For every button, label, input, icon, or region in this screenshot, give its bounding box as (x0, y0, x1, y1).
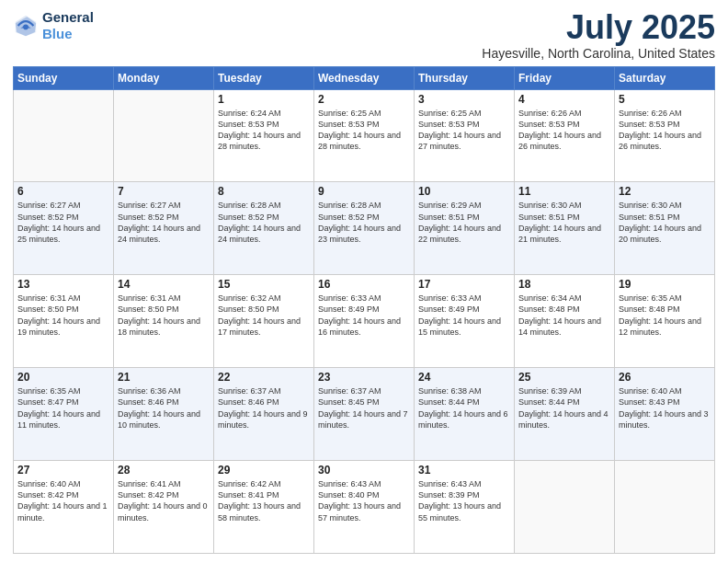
day-info: Sunrise: 6:31 AM Sunset: 8:50 PM Dayligh… (17, 293, 109, 338)
col-header-tuesday: Tuesday (214, 66, 314, 89)
day-info: Sunrise: 6:30 AM Sunset: 8:51 PM Dayligh… (518, 200, 610, 245)
day-info: Sunrise: 6:26 AM Sunset: 8:53 PM Dayligh… (619, 108, 711, 153)
calendar-cell: 4Sunrise: 6:26 AM Sunset: 8:53 PM Daylig… (515, 89, 615, 182)
day-number: 1 (218, 93, 310, 106)
calendar-cell: 17Sunrise: 6:33 AM Sunset: 8:49 PM Dayli… (415, 275, 515, 368)
day-number: 19 (619, 278, 711, 291)
calendar-cell: 18Sunrise: 6:34 AM Sunset: 8:48 PM Dayli… (515, 275, 615, 368)
day-info: Sunrise: 6:28 AM Sunset: 8:52 PM Dayligh… (218, 200, 310, 245)
day-info: Sunrise: 6:33 AM Sunset: 8:49 PM Dayligh… (318, 293, 410, 338)
day-info: Sunrise: 6:32 AM Sunset: 8:50 PM Dayligh… (218, 293, 310, 338)
calendar-cell (615, 461, 715, 554)
day-number: 2 (318, 93, 410, 106)
day-info: Sunrise: 6:25 AM Sunset: 8:53 PM Dayligh… (318, 108, 410, 153)
day-info: Sunrise: 6:41 AM Sunset: 8:42 PM Dayligh… (118, 478, 210, 523)
col-header-sunday: Sunday (14, 66, 114, 89)
day-number: 28 (118, 464, 210, 477)
day-number: 4 (518, 93, 610, 106)
day-number: 12 (619, 185, 711, 198)
day-number: 23 (318, 371, 410, 384)
calendar-cell: 8Sunrise: 6:28 AM Sunset: 8:52 PM Daylig… (214, 182, 314, 275)
calendar-table: SundayMondayTuesdayWednesdayThursdayFrid… (13, 66, 715, 554)
calendar-cell: 19Sunrise: 6:35 AM Sunset: 8:48 PM Dayli… (615, 275, 715, 368)
day-number: 29 (218, 464, 310, 477)
day-number: 6 (17, 185, 109, 198)
day-number: 24 (418, 371, 510, 384)
calendar-cell (14, 89, 114, 182)
day-number: 5 (619, 93, 711, 106)
day-info: Sunrise: 6:35 AM Sunset: 8:48 PM Dayligh… (619, 293, 711, 338)
day-info: Sunrise: 6:34 AM Sunset: 8:48 PM Dayligh… (518, 293, 610, 338)
week-row-4: 20Sunrise: 6:35 AM Sunset: 8:47 PM Dayli… (14, 368, 715, 461)
day-info: Sunrise: 6:36 AM Sunset: 8:46 PM Dayligh… (118, 385, 210, 431)
day-info: Sunrise: 6:28 AM Sunset: 8:52 PM Dayligh… (318, 200, 410, 245)
day-info: Sunrise: 6:43 AM Sunset: 8:40 PM Dayligh… (318, 478, 410, 523)
calendar-cell: 24Sunrise: 6:38 AM Sunset: 8:44 PM Dayli… (415, 368, 515, 461)
calendar-cell: 6Sunrise: 6:27 AM Sunset: 8:52 PM Daylig… (14, 182, 114, 275)
week-row-2: 6Sunrise: 6:27 AM Sunset: 8:52 PM Daylig… (14, 182, 715, 275)
calendar-cell: 20Sunrise: 6:35 AM Sunset: 8:47 PM Dayli… (14, 368, 114, 461)
calendar-cell: 26Sunrise: 6:40 AM Sunset: 8:43 PM Dayli… (615, 368, 715, 461)
day-number: 21 (118, 371, 210, 384)
calendar-header-row: SundayMondayTuesdayWednesdayThursdayFrid… (14, 66, 715, 89)
calendar-cell: 2Sunrise: 6:25 AM Sunset: 8:53 PM Daylig… (314, 89, 415, 182)
day-number: 25 (518, 371, 610, 384)
day-info: Sunrise: 6:25 AM Sunset: 8:53 PM Dayligh… (418, 108, 510, 153)
svg-point-2 (23, 25, 28, 30)
day-number: 10 (418, 185, 510, 198)
calendar-cell: 3Sunrise: 6:25 AM Sunset: 8:53 PM Daylig… (415, 89, 515, 182)
day-number: 15 (218, 278, 310, 291)
calendar-cell: 7Sunrise: 6:27 AM Sunset: 8:52 PM Daylig… (114, 182, 214, 275)
calendar-cell: 27Sunrise: 6:40 AM Sunset: 8:42 PM Dayli… (14, 461, 114, 554)
day-number: 30 (318, 464, 410, 477)
logo-text: General Blue (42, 9, 94, 42)
calendar-cell: 16Sunrise: 6:33 AM Sunset: 8:49 PM Dayli… (314, 275, 415, 368)
week-row-5: 27Sunrise: 6:40 AM Sunset: 8:42 PM Dayli… (14, 461, 715, 554)
main-title: July 2025 (482, 9, 715, 46)
day-number: 20 (17, 371, 109, 384)
logo-icon (13, 13, 39, 39)
calendar-cell: 5Sunrise: 6:26 AM Sunset: 8:53 PM Daylig… (615, 89, 715, 182)
col-header-friday: Friday (515, 66, 615, 89)
day-info: Sunrise: 6:27 AM Sunset: 8:52 PM Dayligh… (17, 200, 109, 245)
week-row-3: 13Sunrise: 6:31 AM Sunset: 8:50 PM Dayli… (14, 275, 715, 368)
day-info: Sunrise: 6:40 AM Sunset: 8:43 PM Dayligh… (619, 385, 711, 431)
calendar-cell: 22Sunrise: 6:37 AM Sunset: 8:46 PM Dayli… (214, 368, 314, 461)
calendar-cell: 9Sunrise: 6:28 AM Sunset: 8:52 PM Daylig… (314, 182, 415, 275)
day-number: 8 (218, 185, 310, 198)
calendar-cell: 29Sunrise: 6:42 AM Sunset: 8:41 PM Dayli… (214, 461, 314, 554)
day-number: 14 (118, 278, 210, 291)
day-info: Sunrise: 6:31 AM Sunset: 8:50 PM Dayligh… (118, 293, 210, 338)
calendar-cell: 12Sunrise: 6:30 AM Sunset: 8:51 PM Dayli… (615, 182, 715, 275)
calendar-cell: 30Sunrise: 6:43 AM Sunset: 8:40 PM Dayli… (314, 461, 415, 554)
day-info: Sunrise: 6:26 AM Sunset: 8:53 PM Dayligh… (518, 108, 610, 153)
calendar-cell: 11Sunrise: 6:30 AM Sunset: 8:51 PM Dayli… (515, 182, 615, 275)
day-info: Sunrise: 6:24 AM Sunset: 8:53 PM Dayligh… (218, 108, 310, 153)
day-info: Sunrise: 6:38 AM Sunset: 8:44 PM Dayligh… (418, 385, 510, 431)
calendar-cell: 31Sunrise: 6:43 AM Sunset: 8:39 PM Dayli… (415, 461, 515, 554)
day-number: 17 (418, 278, 510, 291)
day-number: 7 (118, 185, 210, 198)
day-number: 13 (17, 278, 109, 291)
day-info: Sunrise: 6:27 AM Sunset: 8:52 PM Dayligh… (118, 200, 210, 245)
calendar-cell: 28Sunrise: 6:41 AM Sunset: 8:42 PM Dayli… (114, 461, 214, 554)
day-info: Sunrise: 6:37 AM Sunset: 8:46 PM Dayligh… (218, 385, 310, 431)
day-info: Sunrise: 6:37 AM Sunset: 8:45 PM Dayligh… (318, 385, 410, 431)
day-number: 27 (17, 464, 109, 477)
calendar-cell (515, 461, 615, 554)
page: General Blue July 2025 Hayesville, North… (0, 0, 728, 563)
subtitle: Hayesville, North Carolina, United State… (482, 46, 715, 61)
day-info: Sunrise: 6:39 AM Sunset: 8:44 PM Dayligh… (518, 385, 610, 431)
day-number: 31 (418, 464, 510, 477)
day-number: 16 (318, 278, 410, 291)
logo-line2: Blue (42, 26, 73, 41)
day-number: 26 (619, 371, 711, 384)
col-header-wednesday: Wednesday (314, 66, 415, 89)
col-header-thursday: Thursday (415, 66, 515, 89)
logo: General Blue (13, 9, 94, 42)
day-number: 3 (418, 93, 510, 106)
day-info: Sunrise: 6:40 AM Sunset: 8:42 PM Dayligh… (17, 478, 109, 523)
calendar-cell: 21Sunrise: 6:36 AM Sunset: 8:46 PM Dayli… (114, 368, 214, 461)
calendar-cell (114, 89, 214, 182)
calendar-cell: 23Sunrise: 6:37 AM Sunset: 8:45 PM Dayli… (314, 368, 415, 461)
